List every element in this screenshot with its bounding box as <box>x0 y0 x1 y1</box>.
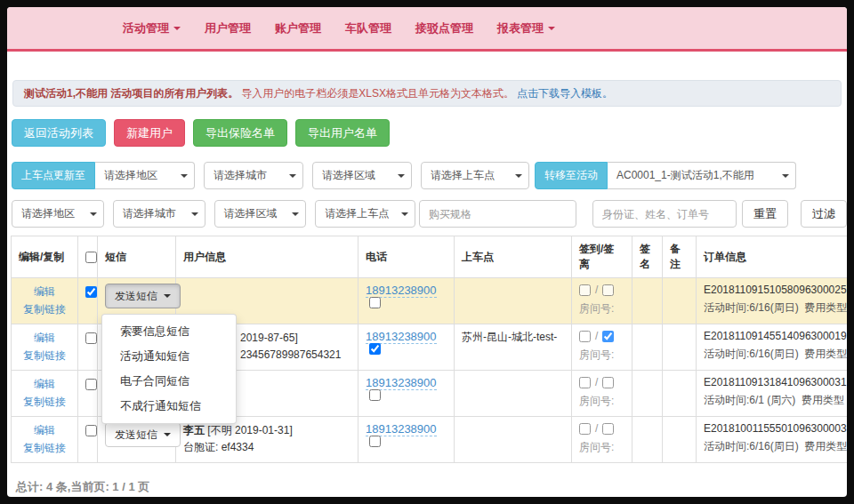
copy-link[interactable]: 复制链接 <box>19 440 70 457</box>
col-header-remark: 备注 <box>663 236 697 278</box>
select-all-checkbox[interactable] <box>85 252 97 263</box>
district-select-2[interactable]: 请选择区域 <box>214 200 307 228</box>
caret-down-icon <box>90 212 97 216</box>
phone-link[interactable]: 18913238900 <box>366 330 437 344</box>
caret-down-icon <box>401 212 408 216</box>
checkin-checkbox[interactable] <box>579 423 591 435</box>
nav-item-report-mgmt[interactable]: 报表管理 <box>497 20 555 36</box>
search-input[interactable] <box>592 200 737 228</box>
caret-down-icon <box>191 212 198 216</box>
nav-item-account-mgmt[interactable]: 账户管理 <box>275 20 321 36</box>
phone-cell: 18913238900 <box>359 324 455 371</box>
edit-link[interactable]: 编辑 <box>19 330 70 347</box>
city-select-1[interactable]: 请选择城市 <box>204 162 303 189</box>
col-header-edit: 编辑/复制 <box>12 236 78 278</box>
send-sms-button[interactable]: 发送短信 <box>105 422 181 447</box>
phone-checkbox[interactable] <box>369 436 381 447</box>
edit-link[interactable]: 编辑 <box>19 376 70 393</box>
city-select-2[interactable]: 请选择城市 <box>113 200 205 228</box>
nav-item-label: 报表管理 <box>497 20 544 36</box>
alert-note: 导入用户的电子档必须是XLSX格式且单元格为文本格式。 <box>241 86 514 101</box>
row-checkbox[interactable] <box>85 379 97 390</box>
order-cell: E20181109145514096300019 活动时间:6/16(周日) 费… <box>697 324 848 371</box>
select-value: 请选择城市 <box>123 206 176 221</box>
checkin-checkbox[interactable] <box>579 284 591 296</box>
edit-link[interactable]: 编辑 <box>19 422 70 439</box>
sign-separator: / <box>595 422 598 435</box>
menu-item-activity-notice-sms[interactable]: 活动通知短信 <box>102 344 236 369</box>
send-sms-label: 发送短信 <box>115 289 157 304</box>
checkout-checkbox[interactable] <box>602 423 614 435</box>
menu-item-econtract-sms[interactable]: 电子合同短信 <box>102 369 236 394</box>
app-page: 活动管理 用户管理 账户管理 车队管理 接驳点管理 报表管理 测试活动1,不能用… <box>7 7 847 497</box>
sms-dropdown-menu: 索要信息短信 活动通知短信 电子合同短信 不成行通知短信 <box>101 314 237 424</box>
region-select-2[interactable]: 请选择地区 <box>12 200 104 228</box>
menu-item-cancel-notice-sms[interactable]: 不成行通知短信 <box>102 394 236 419</box>
room-number-label: 房间号: <box>579 348 624 363</box>
send-sms-button[interactable]: 发送短信 <box>105 284 181 308</box>
order-number: E20181109151058096300025 <box>704 284 847 296</box>
reset-button[interactable]: 重置 <box>742 200 788 228</box>
col-header-pickup: 上车点 <box>455 236 572 278</box>
spec-input[interactable] <box>419 200 576 228</box>
caret-down-icon <box>398 174 405 178</box>
pickup-cell <box>455 417 572 463</box>
district-select-1[interactable]: 请选择区域 <box>312 162 412 189</box>
signature-cell <box>632 324 663 371</box>
select-value: 请选择区域 <box>322 168 375 183</box>
phone-checkbox[interactable] <box>369 297 381 308</box>
order-meta: 活动时间:6/16(周日) 费用类型 <box>704 347 847 362</box>
nav-item-fleet-mgmt[interactable]: 车队管理 <box>345 20 391 36</box>
select-value: 请选择上车点 <box>431 168 495 183</box>
back-to-activity-list-button[interactable]: 返回活动列表 <box>12 119 106 147</box>
signature-cell <box>632 417 663 463</box>
sign-separator: / <box>595 284 598 296</box>
transfer-activity-button[interactable]: 转移至活动 <box>535 162 608 189</box>
filter-row-2: 请选择地区 请选择城市 请选择区域 请选择上车点 重置 过滤 <box>12 200 847 228</box>
row-checkbox[interactable] <box>85 425 97 436</box>
col-header-select-all <box>78 236 98 278</box>
phone-checkbox[interactable] <box>369 343 381 355</box>
phone-checkbox[interactable] <box>369 389 381 401</box>
col-header-phone: 电话 <box>359 236 455 278</box>
pickup-select-1[interactable]: 请选择上车点 <box>421 162 529 189</box>
sign-separator: / <box>595 376 598 388</box>
row-checkbox[interactable] <box>85 332 97 344</box>
pickup-update-button[interactable]: 上车点更新至 <box>12 162 95 189</box>
phone-link[interactable]: 18913238900 <box>366 284 437 298</box>
phone-cell: 18913238900 <box>359 417 455 463</box>
download-template-link[interactable]: 点击下载导入模板。 <box>517 86 613 101</box>
nav-item-activity-mgmt[interactable]: 活动管理 <box>123 20 181 36</box>
activity-select[interactable]: AC0001_1-测试活动1,不能用 <box>608 162 796 189</box>
export-users-button[interactable]: 导出用户名单 <box>295 119 390 147</box>
new-user-button[interactable]: 新建用户 <box>114 119 185 147</box>
remark-cell <box>663 324 697 371</box>
nav-item-label: 接驳点管理 <box>415 20 473 36</box>
nav-item-label: 账户管理 <box>275 20 321 36</box>
phone-link[interactable]: 18913238900 <box>366 422 437 436</box>
pagination-summary: 总计: 4 条,当前页: 1 / 1 页 <box>16 479 847 495</box>
checkout-checkbox[interactable] <box>602 331 614 342</box>
copy-link[interactable]: 复制链接 <box>19 394 70 411</box>
export-insurance-button[interactable]: 导出保险名单 <box>193 119 287 147</box>
caret-down-icon <box>515 174 522 178</box>
filter-button[interactable]: 过滤 <box>801 200 847 228</box>
copy-link[interactable]: 复制链接 <box>19 348 70 364</box>
nav-item-label: 用户管理 <box>205 20 251 36</box>
phone-link[interactable]: 18913238900 <box>366 376 437 390</box>
pickup-select-2[interactable]: 请选择上车点 <box>315 200 415 228</box>
copy-link[interactable]: 复制链接 <box>19 301 70 318</box>
checkout-checkbox[interactable] <box>602 377 614 388</box>
nav-item-user-mgmt[interactable]: 用户管理 <box>205 20 251 36</box>
edit-link[interactable]: 编辑 <box>19 284 70 300</box>
region-select-1[interactable]: 请选择地区 <box>95 162 195 189</box>
select-value: 请选择地区 <box>21 206 75 221</box>
nav-item-shuttle-point-mgmt[interactable]: 接驳点管理 <box>415 20 473 36</box>
row-checkbox[interactable] <box>85 286 97 298</box>
checkin-checkbox[interactable] <box>579 331 591 342</box>
menu-item-request-info-sms[interactable]: 索要信息短信 <box>102 319 236 344</box>
checkin-checkbox[interactable] <box>579 377 591 388</box>
checkout-checkbox[interactable] <box>602 284 614 296</box>
col-header-signature: 签名 <box>632 236 663 278</box>
edit-cell: 编辑 复制链接 <box>12 417 78 463</box>
